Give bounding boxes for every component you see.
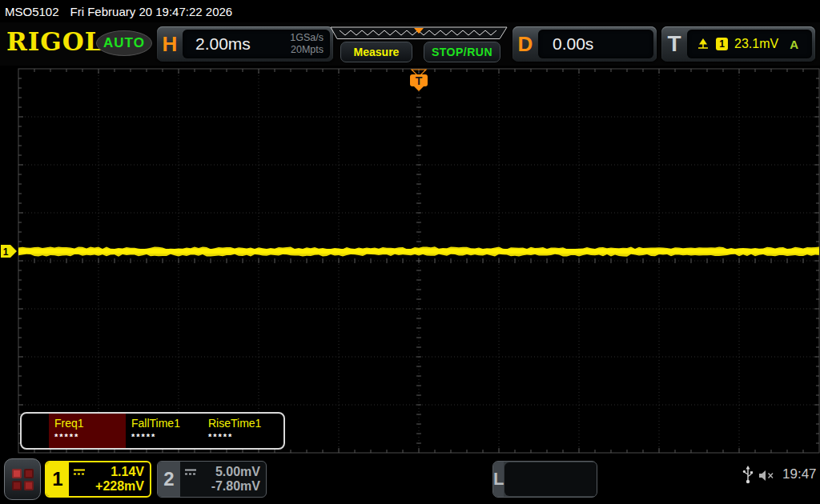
measurement-results-panel: Freq1 ***** FallTime1 ***** RiseTime1 **… (20, 412, 285, 450)
channel1-panel[interactable]: 1 1.14V +228mV (45, 461, 151, 498)
acquisition-mode-badge: AUTO (96, 30, 152, 56)
measurement-value: ***** (208, 432, 279, 442)
speaker-muted-icon (758, 470, 776, 482)
trigger-coupling: A (790, 38, 798, 51)
waveform-memory-bar[interactable] (330, 26, 508, 40)
horizontal-label: H (157, 32, 183, 57)
oscilloscope-screen: MSO5102 Fri February 20 19:47:22 2026 RI… (0, 0, 820, 504)
channel2-panel[interactable]: 2 5.00mV -7.80mV (157, 461, 267, 498)
logic-channel-numbers: 0 1 2 3 4 5 6 7 8 9 1011 12131415 (504, 462, 597, 496)
dc-coupling-icon (73, 468, 86, 476)
channel1-scale: 1.14V (111, 465, 144, 479)
measurement-value: ***** (54, 432, 126, 442)
datetime-text: Fri February 20 19:47:22 2026 (70, 5, 233, 18)
clock-display: 19:47 (782, 466, 817, 482)
timebase-value: 2.00ms (195, 34, 251, 54)
trigger-source-badge: 1 (716, 38, 728, 50)
layout-grid-icon (12, 469, 34, 490)
measurement-name: RiseTime1 (208, 417, 279, 430)
logic-channels-panel[interactable]: L 0 1 2 3 4 5 6 7 8 9 1011 12131415 (492, 461, 597, 498)
trigger-slope-icon (697, 38, 709, 50)
stop-run-button[interactable]: STOP/RUN (424, 42, 500, 62)
horizontal-panel[interactable]: H 2.00ms 1GSa/s 20Mpts (157, 26, 333, 62)
sample-rate: 1GSa/s (290, 32, 324, 44)
measurement-name: Freq1 (54, 417, 126, 430)
channel1-offset: +228mV (73, 479, 144, 494)
logic-row-1: 0 1 2 3 4 5 6 7 (509, 494, 597, 498)
bottom-status-bar: 1 1.14V +228mV 2 (0, 456, 820, 504)
channel2-number: 2 (158, 462, 180, 497)
waveform-display-area[interactable]: 1T (0, 66, 820, 456)
measurement-item-falltime1[interactable]: FallTime1 ***** (126, 414, 203, 448)
dc-coupling-icon (184, 468, 197, 476)
header-bar: RIGOL AUTO H 2.00ms 1GSa/s 20Mpts Measur… (0, 22, 820, 66)
measurement-item-risetime1[interactable]: RiseTime1 ***** (203, 414, 279, 448)
memory-depth: 20Mpts (290, 44, 324, 56)
usb-icon (742, 466, 754, 485)
window-layout-button[interactable] (4, 458, 41, 500)
top-status-bar: MSO5102 Fri February 20 19:47:22 2026 (0, 0, 820, 22)
svg-text:1: 1 (3, 246, 9, 258)
delay-value: 0.00s (553, 34, 593, 54)
channel1-number: 1 (46, 462, 69, 496)
measurement-value: ***** (131, 432, 203, 442)
trigger-panel[interactable]: T 1 23.1mV A (661, 26, 815, 62)
model-name: MSO5102 (5, 5, 59, 18)
delay-label: D (512, 32, 538, 57)
delay-panel[interactable]: D 0.00s (512, 26, 657, 62)
measure-button[interactable]: Measure (340, 42, 412, 62)
measurement-item-freq1[interactable]: Freq1 ***** (49, 414, 126, 448)
channel2-offset: -7.80mV (184, 479, 260, 494)
trigger-level-value: 23.1mV (734, 37, 778, 51)
trigger-label: T (661, 31, 687, 57)
sample-rate-memdepth: 1GSa/s 20Mpts (290, 32, 324, 56)
logic-label: L (493, 462, 504, 497)
rigol-logo: RIGOL (6, 25, 103, 58)
channel2-scale: 5.00mV (215, 465, 260, 479)
measurement-name: FallTime1 (131, 417, 203, 430)
channel1-ground-marker[interactable]: 1 (1, 245, 17, 258)
svg-text:T: T (416, 74, 423, 87)
